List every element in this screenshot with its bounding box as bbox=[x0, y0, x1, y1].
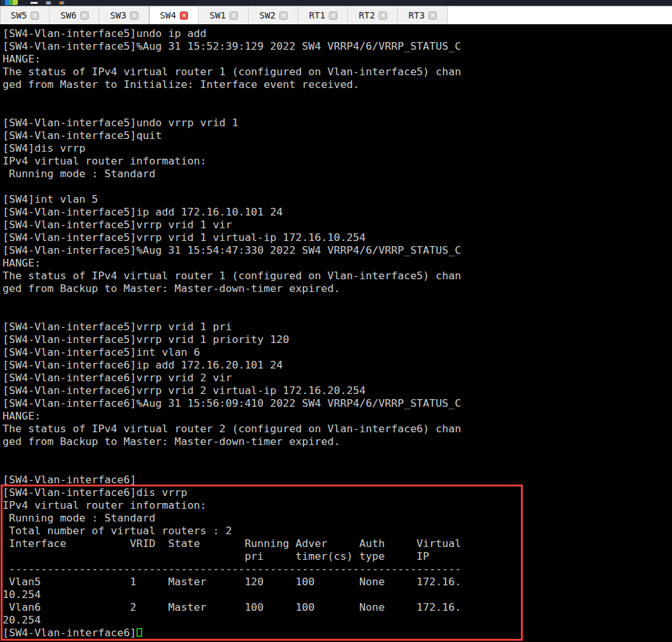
tab-label: RT1 bbox=[309, 10, 325, 20]
console-terminal[interactable]: [SW4-Vlan-interface5]undo ip add [SW4-Vl… bbox=[0, 24, 672, 642]
tab-bar: SW5×SW6×SW3×SW4×SW1×SW2×RT1×RT2×RT3× bbox=[0, 6, 672, 24]
close-icon[interactable]: × bbox=[31, 11, 39, 20]
close-icon[interactable]: × bbox=[180, 11, 188, 20]
tab-label: SW5 bbox=[11, 10, 27, 20]
terminal-cursor bbox=[136, 628, 142, 637]
close-icon[interactable]: × bbox=[279, 11, 288, 20]
console-output: [SW4-Vlan-interface5]undo ip add [SW4-Vl… bbox=[0, 24, 461, 639]
minimize-icon[interactable] bbox=[31, 2, 38, 4]
tab-sw4[interactable]: SW4× bbox=[149, 6, 199, 24]
tab-sw1[interactable]: SW1× bbox=[199, 6, 249, 24]
toolbar-icon[interactable] bbox=[46, 1, 51, 4]
toolbar-icon[interactable] bbox=[59, 1, 64, 4]
tab-rt1[interactable]: RT1× bbox=[298, 6, 348, 24]
close-icon[interactable]: × bbox=[428, 11, 437, 20]
close-icon[interactable]: × bbox=[230, 11, 238, 20]
tab-label: RT3 bbox=[409, 10, 425, 20]
tab-label: SW2 bbox=[259, 10, 275, 20]
tab-label: SW4 bbox=[160, 10, 176, 20]
close-icon[interactable]: × bbox=[329, 11, 337, 20]
tab-label: SW6 bbox=[61, 10, 77, 20]
tab-sw3[interactable]: SW3× bbox=[99, 6, 149, 24]
tab-sw6[interactable]: SW6× bbox=[50, 6, 99, 24]
top-toolbar bbox=[0, 0, 672, 6]
tab-rt3[interactable]: RT3× bbox=[398, 6, 448, 24]
close-icon[interactable]: × bbox=[379, 11, 387, 20]
tab-label: SW1 bbox=[210, 10, 226, 20]
tab-label: SW3 bbox=[110, 10, 126, 20]
tab-sw5[interactable]: SW5× bbox=[0, 6, 50, 24]
app-logo-icon bbox=[1, 0, 18, 5]
tab-label: RT2 bbox=[359, 10, 375, 20]
tab-rt2[interactable]: RT2× bbox=[348, 6, 398, 24]
close-icon[interactable]: × bbox=[80, 11, 89, 20]
tab-sw2[interactable]: SW2× bbox=[249, 6, 298, 24]
close-icon[interactable]: × bbox=[130, 11, 138, 20]
